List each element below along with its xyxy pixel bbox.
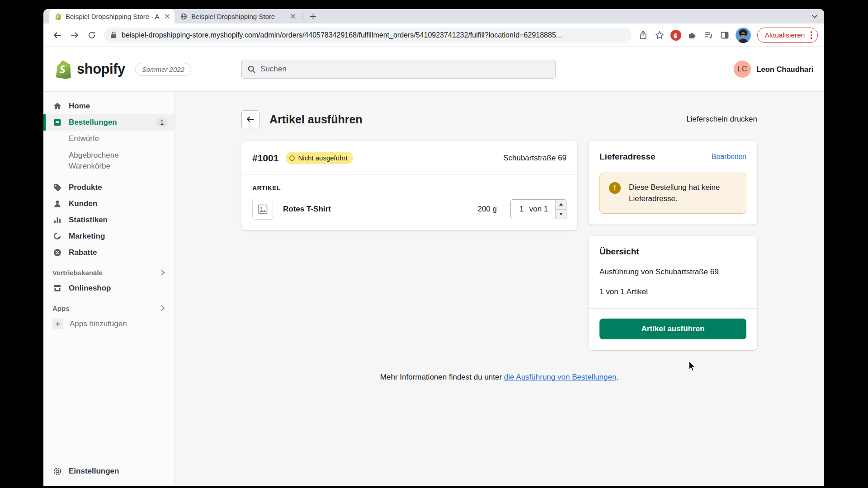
items-column-header: ARTIKEL xyxy=(252,184,566,192)
summary-card: Übersicht Ausführung von Schubartstraße … xyxy=(589,236,757,350)
discounts-icon xyxy=(52,248,62,258)
product-image-placeholder-icon xyxy=(252,199,273,220)
quantity-of-total: von 1 xyxy=(529,205,548,214)
footer-text: Mehr Informationen findest du unter xyxy=(380,373,504,381)
sidebar-item-marketing[interactable]: Marketing xyxy=(43,228,174,244)
page-back-button[interactable] xyxy=(241,110,259,128)
shopify-wordmark: shopify xyxy=(77,61,125,77)
sidebar-item-onlineshop[interactable]: Onlineshop xyxy=(43,280,174,296)
forward-icon[interactable] xyxy=(67,28,82,43)
summary-items-line: 1 von 1 Artikel xyxy=(599,287,746,296)
quantity-stepper[interactable]: von 1 xyxy=(510,199,566,219)
admin-search-bar[interactable] xyxy=(241,60,556,79)
apps-label: Apps xyxy=(52,305,70,312)
missing-address-warning: ! Diese Bestellung hat keine Lieferadres… xyxy=(599,173,746,214)
apps-section[interactable]: Apps xyxy=(43,296,174,316)
new-tab-button[interactable] xyxy=(307,10,319,22)
share-icon[interactable] xyxy=(636,28,651,42)
quantity-decrease-button[interactable] xyxy=(556,210,566,219)
products-tag-icon xyxy=(52,183,62,192)
status-label: Nicht ausgeführt xyxy=(298,154,347,162)
address-bar[interactable]: beispiel-dropshipping-store.myshopify.co… xyxy=(104,28,632,43)
side-panel-icon[interactable] xyxy=(717,28,732,42)
sidebar-item-einstellungen[interactable]: Einstellungen xyxy=(43,463,174,479)
reload-icon[interactable] xyxy=(84,28,99,43)
sidebar-item-home[interactable]: Home xyxy=(43,98,174,114)
summary-location-line: Ausführung von Schubartstraße 69 xyxy=(599,267,746,277)
shopify-topbar: shopify Sommer 2022 LC Leon Chaudhari xyxy=(43,47,824,92)
main-area: Artikel ausführen Lieferschein drucken #… xyxy=(175,92,824,486)
tab-storefront[interactable]: Beispiel Dropshipping Store xyxy=(175,9,300,23)
search-input[interactable] xyxy=(260,65,550,74)
tab-divider xyxy=(302,13,302,20)
tab-close-icon[interactable] xyxy=(165,14,170,19)
user-name: Leon Chaudhari xyxy=(756,65,813,74)
fulfillment-status-badge: Nicht ausgeführt xyxy=(286,152,353,164)
chrome-update-button[interactable]: Aktualisieren xyxy=(757,28,818,43)
tab-strip: Beispiel Dropshipping Store · A Beispiel… xyxy=(43,9,824,23)
edit-address-link[interactable]: Bearbeiten xyxy=(712,153,746,161)
quantity-input[interactable] xyxy=(518,205,525,214)
product-weight: 200 g xyxy=(477,205,497,214)
tab-search-caret-icon[interactable] xyxy=(811,14,818,19)
sidebar-item-entwuerfe[interactable]: Entwürfe xyxy=(43,131,174,147)
browser-menu-kebab-icon[interactable] xyxy=(811,31,812,39)
status-ring-icon xyxy=(289,155,295,161)
line-item-row: Rotes T-Shirt 200 g von 1 xyxy=(252,199,566,220)
media-controls-icon[interactable] xyxy=(701,28,716,42)
admin-sidebar: Home Bestellungen 1 Entwürfe Abgebrochen… xyxy=(43,92,175,486)
page-title: Artikel ausführen xyxy=(269,113,363,126)
sidebar-item-label: Kunden xyxy=(69,199,97,208)
back-icon[interactable] xyxy=(50,28,65,43)
sidebar-item-label: Rabatte xyxy=(69,248,97,257)
tab-title: Beispiel Dropshipping Store · A xyxy=(66,13,161,20)
sidebar-item-apps-hinzufuegen[interactable]: Apps hinzufügen xyxy=(43,316,174,332)
sidebar-item-label: Bestellungen xyxy=(69,118,117,127)
sidebar-item-label: Statistiken xyxy=(69,216,108,225)
user-avatar: LC xyxy=(734,61,751,78)
bookmark-star-icon[interactable] xyxy=(652,28,667,42)
summary-title: Übersicht xyxy=(599,247,746,257)
url-text: beispiel-dropshipping-store.myshopify.co… xyxy=(122,31,626,39)
quantity-increase-button[interactable] xyxy=(556,200,566,210)
tab-title: Beispiel Dropshipping Store xyxy=(191,13,287,20)
sidebar-item-label: Onlineshop xyxy=(69,284,111,293)
extensions-puzzle-icon[interactable] xyxy=(685,28,699,42)
plus-icon xyxy=(52,319,63,329)
tab-close-icon[interactable] xyxy=(290,14,296,19)
print-packing-slip-button[interactable]: Lieferschein drucken xyxy=(686,115,757,124)
sidebar-item-abgebrochene-warenkoerbe[interactable]: Abgebrochene Warenkörbe xyxy=(43,147,147,175)
footer-help-text: Mehr Informationen findest du unter die … xyxy=(241,373,757,382)
shopify-logo[interactable]: shopify Sommer 2022 xyxy=(53,59,191,80)
sidebar-item-kunden[interactable]: Kunden xyxy=(43,196,174,212)
fulfill-items-button[interactable]: Artikel ausführen xyxy=(599,319,746,339)
gear-icon xyxy=(52,466,62,476)
adblock-icon[interactable] xyxy=(669,28,683,42)
card-divider xyxy=(589,308,757,309)
sidebar-item-label: Einstellungen xyxy=(69,467,119,476)
order-card: #1001 Nicht ausgeführt Schubartstraße 69… xyxy=(241,141,577,230)
browser-profile-avatar[interactable] xyxy=(736,28,751,43)
sidebar-item-statistiken[interactable]: Statistiken xyxy=(43,212,174,228)
browser-window: Beispiel Dropshipping Store · A Beispiel… xyxy=(43,9,824,486)
storefront-icon xyxy=(52,283,62,293)
sidebar-item-label: Marketing xyxy=(69,232,105,241)
chevron-right-icon xyxy=(160,269,165,276)
sidebar-item-rabatte[interactable]: Rabatte xyxy=(43,244,174,261)
sidebar-item-bestellungen[interactable]: Bestellungen 1 xyxy=(43,114,174,131)
globe-favicon-icon xyxy=(180,13,188,20)
shipping-address-card: Lieferadresse Bearbeiten ! Diese Bestell… xyxy=(589,141,757,225)
shopify-favicon-icon xyxy=(54,13,62,20)
order-location: Schubartstraße 69 xyxy=(503,154,566,163)
analytics-bars-icon xyxy=(52,215,62,225)
user-menu[interactable]: LC Leon Chaudhari xyxy=(734,61,813,78)
sidebar-item-label: Home xyxy=(69,102,90,111)
order-number: #1001 xyxy=(252,153,278,164)
version-badge: Sommer 2022 xyxy=(135,63,191,76)
sales-channels-section[interactable]: Vertriebskanäle xyxy=(43,261,174,280)
fulfillment-help-link[interactable]: die Ausführung von Bestellungen xyxy=(504,373,617,381)
warning-icon: ! xyxy=(609,182,621,194)
sidebar-item-label: Apps hinzufügen xyxy=(70,319,127,328)
tab-shopify-admin[interactable]: Beispiel Dropshipping Store · A xyxy=(49,9,175,23)
sidebar-item-produkte[interactable]: Produkte xyxy=(43,179,174,196)
